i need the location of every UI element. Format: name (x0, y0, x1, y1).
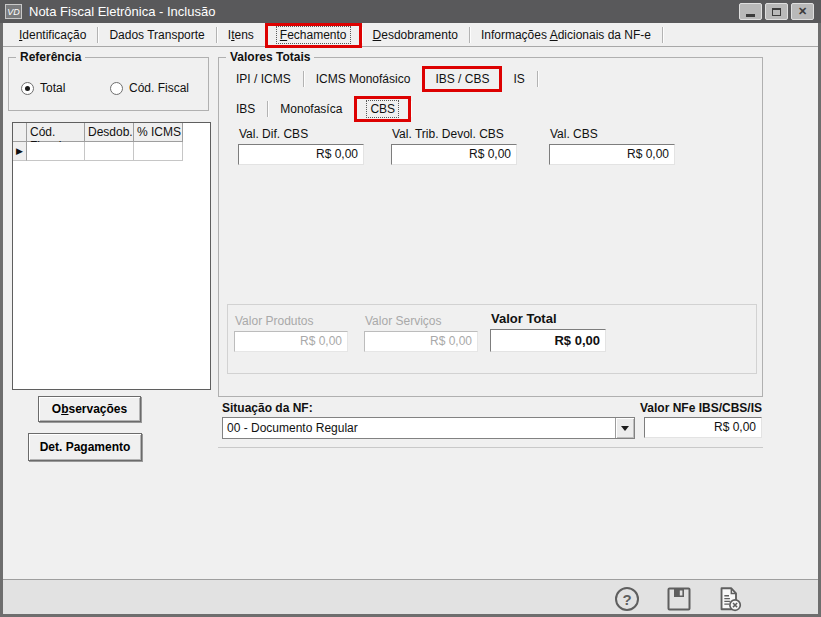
maximize-button[interactable] (765, 3, 788, 20)
divider (218, 447, 763, 448)
tab-informacoes-adicionais[interactable]: Informações Adicionais da NF-e (470, 23, 662, 47)
tab-desdobramento[interactable]: Desdobramento (362, 23, 469, 47)
minimize-icon (746, 14, 755, 17)
combo-dropdown-button[interactable] (615, 418, 634, 438)
radio-total-label: Total (40, 81, 65, 95)
help-icon: ? (615, 587, 639, 611)
minimize-button[interactable] (739, 3, 762, 20)
valor-produtos-label: Valor Produtos (234, 314, 348, 328)
det-pagamento-button[interactable]: Det. Pagamento (28, 433, 142, 461)
tab-fechamento[interactable]: Fechamento (266, 23, 361, 47)
help-button[interactable]: ? (613, 585, 641, 613)
app-icon: VD (5, 4, 22, 19)
cancel-document-button[interactable] (715, 585, 743, 613)
val-cbs-label: Val. CBS (549, 127, 675, 141)
referencia-legend: Referência (16, 50, 85, 64)
window-title: Nota Fiscal Eletrônica - Inclusão (29, 4, 215, 19)
bottom-toolbar (3, 579, 818, 614)
tab-monofasica[interactable]: Monofasíca (268, 96, 354, 121)
tab-dados-transporte[interactable]: Dados Transporte (98, 23, 215, 47)
valor-nfe-field[interactable]: R$ 0,00 (644, 417, 762, 438)
observacoes-button[interactable]: Observações (38, 396, 141, 422)
referencia-groupbox: Referência Total Cód. Fiscal (8, 57, 209, 111)
main-tabbar: Identificação Dados Transporte Itens Fec… (3, 23, 818, 47)
ibs-cbs-sub-tabbar: IBS Monofasíca CBS (224, 96, 411, 121)
tab-separator (410, 101, 411, 117)
tab-is[interactable]: IS (501, 66, 536, 91)
valores-totais-legend: Valores Totais (226, 50, 314, 64)
titlebar: VD Nota Fiscal Eletrônica - Inclusão ✕ (0, 0, 821, 23)
tab-separator (537, 71, 538, 87)
nfe-window: VD Nota Fiscal Eletrônica - Inclusão ✕ I… (0, 0, 821, 617)
radio-unselected-icon (110, 82, 123, 95)
cancel-document-icon (715, 585, 743, 613)
situacao-select[interactable]: 00 - Documento Regular (222, 417, 635, 439)
grid-header: Cód. Fiscal Desdob. % ICMS (13, 123, 210, 142)
row-pointer-icon: ▶ (16, 146, 23, 156)
valor-nfe-label: Valor NFe IBS/CBS/IS (624, 401, 762, 415)
tax-tabbar: IPI / ICMS ICMS Monofásico IBS / CBS IS (224, 66, 538, 91)
situacao-selected-option: 00 - Documento Regular (223, 418, 615, 438)
window-border (0, 23, 3, 617)
grid-indicator-header (13, 123, 27, 142)
grid-column-desdob: Desdob. (85, 123, 134, 142)
radio-cod-fiscal-label: Cód. Fiscal (129, 81, 189, 95)
valor-total-label: Valor Total (490, 311, 606, 326)
close-icon: ✕ (798, 6, 807, 17)
val-trib-devol-cbs-field[interactable]: R$ 0,00 (391, 144, 517, 165)
situacao-label: Situação da NF: (222, 401, 313, 415)
tab-itens[interactable]: Itens (217, 23, 265, 47)
val-dif-cbs-label: Val. Dif. CBS (238, 127, 364, 141)
close-button[interactable]: ✕ (791, 3, 814, 20)
save-icon (665, 585, 693, 613)
valor-total-field: R$ 0,00 (490, 329, 606, 352)
tab-identificacao[interactable]: Identificação (8, 23, 97, 47)
tab-icms-monofasico[interactable]: ICMS Monofásico (304, 66, 423, 91)
reference-grid[interactable]: Cód. Fiscal Desdob. % ICMS ▶ (12, 122, 211, 390)
val-trib-devol-cbs-label: Val. Trib. Devol. CBS (391, 127, 517, 141)
tab-cbs[interactable]: CBS (355, 96, 410, 121)
tab-ibs-cbs[interactable]: IBS / CBS (423, 66, 501, 91)
valor-servicos-label: Valor Serviços (364, 314, 478, 328)
radio-total[interactable]: Total (21, 81, 65, 95)
grid-cell[interactable] (27, 142, 85, 161)
totals-panel: Valor Produtos R$ 0,00 Valor Serviços R$… (227, 304, 757, 374)
grid-row[interactable]: ▶ (13, 142, 210, 161)
chevron-down-icon (621, 426, 629, 431)
valor-servicos-field: R$ 0,00 (364, 331, 478, 352)
tab-ipi-icms[interactable]: IPI / ICMS (224, 66, 303, 91)
grid-column-cod-fiscal: Cód. Fiscal (27, 123, 85, 142)
grid-column-icms: % ICMS (134, 123, 183, 142)
grid-cell[interactable] (134, 142, 183, 161)
save-button[interactable] (665, 585, 693, 613)
radio-cod-fiscal[interactable]: Cód. Fiscal (110, 81, 189, 95)
val-cbs-field[interactable]: R$ 0,00 (549, 144, 675, 165)
val-dif-cbs-field[interactable]: R$ 0,00 (238, 144, 364, 165)
radio-selected-icon (21, 82, 34, 95)
current-row-indicator: ▶ (13, 142, 27, 161)
tab-ibs[interactable]: IBS (224, 96, 267, 121)
maximize-icon (772, 8, 781, 16)
grid-cell[interactable] (85, 142, 134, 161)
valores-totais-groupbox: Valores Totais IPI / ICMS ICMS Monofásic… (218, 57, 763, 397)
tab-separator (662, 27, 663, 43)
valor-produtos-field: R$ 0,00 (234, 331, 348, 352)
